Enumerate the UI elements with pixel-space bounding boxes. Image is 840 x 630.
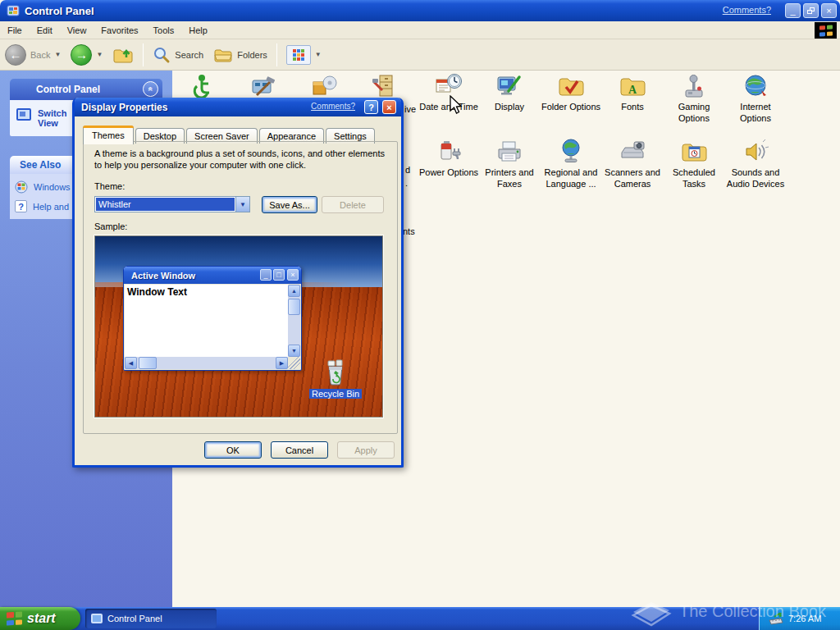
sample-window-titlebar: Active Window _ □ × [124,267,301,284]
svg-text:A: A [628,84,637,96]
toolbar: ← Back ▼ → ▼ Search Fol [0,39,840,71]
folders-button[interactable]: Folders [208,42,272,68]
forward-button[interactable]: → ▼ [66,42,107,68]
task-window-icon [91,614,103,623]
power-options-icon [435,138,463,166]
help-icon: ? [15,200,27,212]
close-button[interactable]: × [821,3,837,18]
label-fragment: ive [404,104,416,114]
switch-view-label: Switch View [38,108,66,128]
icon-label: Printers and Faxes [478,167,541,190]
icon-label: Gaming Options [663,102,725,125]
back-label: Back [30,50,50,60]
combo-chevron-down-icon[interactable]: ▼ [235,197,249,212]
add-remove-programs-icon [310,72,338,100]
toolbar-separator [143,43,144,66]
icon-scanners-cameras[interactable]: Scanners and Cameras [601,138,664,190]
theme-selected-value: Whistler [96,198,235,211]
icon-power-options[interactable]: Power Options [418,138,480,179]
task-label: Control Panel [107,614,162,623]
mouse-cursor [449,95,463,115]
theme-label: Theme: [94,181,125,191]
label-fragment: nts [403,226,415,236]
save-as-button[interactable]: Save As... [262,196,317,213]
theme-combobox[interactable]: Whistler ▼ [94,196,250,212]
icon-add-remove-programs-partial[interactable] [293,72,355,100]
views-button[interactable]: ▼ [281,42,326,68]
minimize-button[interactable]: _ [785,3,801,18]
taskbar: start Control Panel 7:26 AM [0,607,840,630]
icon-gaming-options[interactable]: Gaming Options [663,72,725,125]
scroll-up-icon: ▲ [288,285,300,297]
start-button[interactable]: start [0,607,80,630]
hardware-tray-icon[interactable] [768,612,784,625]
icon-label: Display [478,102,541,113]
menu-tools[interactable]: Tools [146,23,182,38]
delete-button[interactable]: Delete [322,196,384,213]
icon-folder-options[interactable]: Folder Options [540,72,602,113]
ok-button[interactable]: OK [204,441,262,459]
globe-icon [557,138,585,166]
icon-sounds-audio[interactable]: Sounds and Audio Devices [724,138,787,190]
dialog-titlebar[interactable]: Display Properties Comments? ? × [75,98,401,116]
restore-button[interactable] [803,3,819,18]
icon-label: Power Options [418,167,480,179]
icon-display[interactable]: Display [478,72,541,113]
dialog-comments-link[interactable]: Comments? [311,102,355,111]
icon-accessibility-options-partial[interactable] [170,72,232,100]
recycle-bin-icon [323,359,348,386]
see-also-title: See Also [20,159,61,171]
back-dropdown-icon[interactable]: ▼ [54,51,61,58]
apply-button[interactable]: Apply [337,441,395,459]
icon-label: Sounds and Audio Devices [724,167,787,190]
icon-scheduled-tasks[interactable]: Scheduled Tasks [663,138,725,190]
icon-label: Scanners and Cameras [601,167,664,190]
menu-edit[interactable]: Edit [30,23,60,38]
collapse-panel-button[interactable]: « [143,81,158,97]
forward-icon: → [71,44,92,66]
tab-themes[interactable]: Themes [83,126,134,144]
icon-printers-and-faxes[interactable]: Printers and Faxes [478,138,541,190]
icon-administrative-tools-partial[interactable] [354,72,417,100]
icon-internet-options[interactable]: Internet Options [724,72,787,125]
menu-view[interactable]: View [60,23,94,38]
window-comments-link[interactable]: Comments? [723,5,771,15]
views-icon [286,45,311,65]
cancel-button[interactable]: Cancel [271,441,328,459]
up-button[interactable] [107,42,139,68]
icon-label: Internet Options [724,102,787,125]
theme-description: A theme is a background plus a set of so… [94,148,393,171]
display-icon [495,72,523,100]
printer-icon [495,138,523,166]
icon-regional-language[interactable]: Regional and Language ... [540,138,602,190]
menu-file[interactable]: File [0,23,30,38]
dialog-close-button[interactable]: × [382,100,396,114]
sidebar-panel-title: Control Panel [36,84,100,95]
icon-fonts[interactable]: A Fonts [601,72,664,113]
start-label: start [27,611,56,626]
menu-favorites[interactable]: Favorites [94,23,145,38]
back-icon: ← [5,44,26,66]
help-support-label: Help and [33,202,69,212]
dialog-help-button[interactable]: ? [364,100,378,114]
menu-bar: File Edit View Favorites Tools Help [0,21,840,39]
forward-dropdown-icon[interactable]: ▼ [96,51,103,58]
recycle-bin-label: Recycle Bin [309,389,362,399]
up-folder-icon [112,44,134,66]
control-panel-window-icon [7,4,20,17]
back-button[interactable]: ← Back ▼ [0,42,66,68]
search-button[interactable]: Search [148,42,208,68]
window-titlebar: Control Panel Comments? _ × [0,0,840,21]
icon-add-hardware-partial[interactable] [231,72,294,100]
sample-maximize-button: □ [273,269,285,281]
tray-clock[interactable]: 7:26 AM [788,614,821,623]
menu-help[interactable]: Help [181,23,215,38]
views-dropdown-icon[interactable]: ▼ [315,51,322,58]
icon-label: Fonts [601,102,664,113]
search-label: Search [175,50,203,60]
sample-label: Sample: [94,221,127,231]
label-fragment: d [405,165,410,175]
taskbar-item-control-panel[interactable]: Control Panel [85,609,217,628]
folder-options-icon [557,72,585,100]
sample-recycle-bin: Recycle Bin [307,359,364,399]
